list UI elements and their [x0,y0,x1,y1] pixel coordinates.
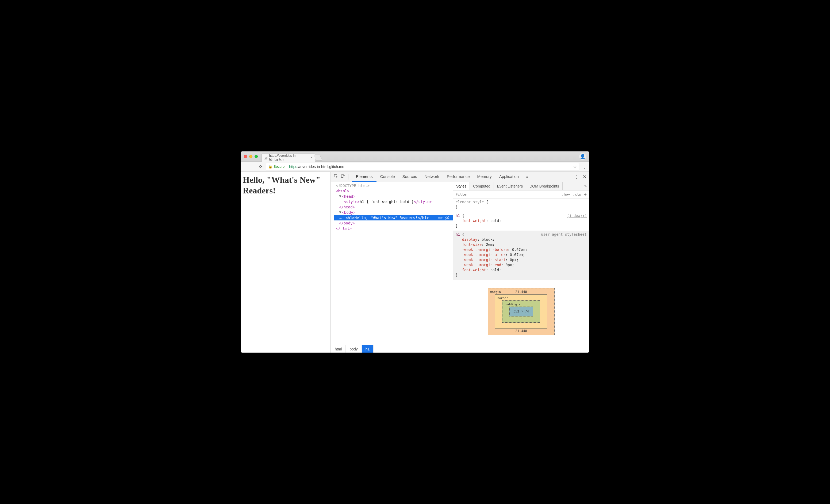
rendered-page: Hello, "What's New" Readers! [241,172,330,353]
box-border-right: - [544,309,546,314]
tab-label: Computed [473,184,490,188]
rule-element-style[interactable]: element.style { } [453,198,589,212]
tab-label: Console [380,174,395,179]
selected-gutter: … [336,215,346,220]
devtools-menu-icon[interactable]: ⋮ [574,174,579,180]
svg-rect-2 [343,176,345,178]
dom-style-open: <style> [344,199,360,204]
tab-console[interactable]: Console [377,172,399,182]
styles-filter-input[interactable] [456,192,488,196]
box-margin-label: margin [490,289,501,294]
rule-h1-author[interactable]: (index):4 h1 { font-weight: bold; } [453,212,589,231]
forward-icon[interactable]: → [251,164,256,169]
tab-overflow[interactable]: » [522,172,532,182]
cls-toggle[interactable]: .cls [573,192,581,196]
titlebar: 🗎 https://overrides-in-html.glitch × 👤 [241,151,589,162]
rule-selector: h1 [456,232,460,237]
zoom-window-icon[interactable] [255,155,258,158]
crumb-body[interactable]: body [346,345,361,353]
rule-source-link[interactable]: (index):4 [567,213,587,218]
sidebar-tabs: Styles Computed Event Listeners DOM Brea… [453,182,589,190]
sidebar-tab-event-listeners[interactable]: Event Listeners [494,182,526,190]
declaration[interactable]: font-weight: bold; [456,218,587,223]
twisty-icon[interactable]: ▼ [339,193,341,199]
address-bar[interactable]: 🔒 Secure https://overrides-in-html.glitc… [266,163,579,170]
tab-sources[interactable]: Sources [399,172,421,182]
file-icon: 🗎 [264,156,267,159]
rule-selector: element.style [456,200,484,204]
sidebar-tabs-overflow-icon[interactable]: » [582,182,589,190]
box-margin[interactable]: margin 21.440 21.440 - - border - - [488,288,554,335]
sidebar-tab-styles[interactable]: Styles [453,182,470,190]
declaration[interactable]: -webkit-margin-start: 0px; [456,257,587,262]
dom-head-open: <head> [342,194,355,198]
browser-window: 🗎 https://overrides-in-html.glitch × 👤 ←… [241,151,589,353]
dom-doctype: <!DOCTYPE html> [336,184,370,188]
minimize-window-icon[interactable] [249,155,252,158]
device-toggle-icon[interactable] [341,174,346,180]
declaration[interactable]: -webkit-margin-end: 0px; [456,262,587,267]
inspect-icon[interactable] [334,174,338,180]
brace: { [484,200,488,204]
dom-selected-suffix: == $0 [438,215,451,220]
sidebar-tab-dom-breakpoints[interactable]: DOM Breakpoints [526,182,562,190]
sidebar-tab-computed[interactable]: Computed [470,182,494,190]
close-window-icon[interactable] [244,155,247,158]
tab-close-icon[interactable]: × [311,156,313,159]
declaration[interactable]: font-size: 2em; [456,242,587,247]
twisty-icon[interactable]: ▼ [339,210,341,215]
tab-elements[interactable]: Elements [352,172,377,182]
bookmark-star-icon[interactable]: ☆ [573,164,577,169]
dom-h1-close: </h1> [418,216,429,220]
decl-val: 0.67em [512,248,525,252]
back-icon[interactable]: ← [243,164,248,169]
devtools-close-icon[interactable]: ✕ [583,174,587,180]
url-scheme: https [289,164,297,169]
styles-sidebar: Styles Computed Event Listeners DOM Brea… [453,182,589,353]
decl-val: bold [490,219,499,223]
tab-application[interactable]: Application [496,172,522,182]
page-heading: Hello, "What's New" Readers! [243,175,328,196]
declaration[interactable]: display: block; [456,237,587,242]
crumb-label: h1 [365,347,370,351]
declaration-overridden[interactable]: font-weight: bold; [456,267,587,273]
dom-html-open: <html> [336,189,350,193]
dom-style-close: </style> [414,199,432,204]
decl-val: 0.67em [510,253,523,257]
dom-head-close: </head> [339,205,355,209]
styles-filterbar: :hov .cls + [453,190,589,198]
tab-memory[interactable]: Memory [474,172,496,182]
profile-avatar-icon[interactable]: 👤 [579,153,586,160]
tab-label: Performance [447,174,470,179]
elements-panel: <!DOCTYPE html> <html> ▼<head> <style>h1… [331,182,453,353]
crumb-html[interactable]: html [331,345,346,353]
declaration[interactable]: -webkit-margin-before: 0.67em; [456,247,587,252]
box-padding-bottom: - [520,316,522,321]
url-text: https://overrides-in-html.glitch.me [289,164,344,169]
new-rule-icon[interactable]: + [584,192,587,197]
brace: { [460,232,464,237]
crumb-h1[interactable]: h1 [362,345,374,353]
box-content[interactable]: 352 × 74 [509,307,533,316]
declaration[interactable]: -webkit-margin-after: 0.67em; [456,252,587,257]
box-border[interactable]: border - - - - padding - - - [495,294,547,329]
box-padding-left: - [504,309,505,314]
style-rules: element.style { } (index):4 h1 { font-we… [453,198,589,353]
tab-network[interactable]: Network [421,172,443,182]
box-border-top: - [520,295,522,301]
browser-tab[interactable]: 🗎 https://overrides-in-html.glitch × [261,154,315,162]
devtools-leading-icons [334,172,352,182]
tab-label: Memory [477,174,492,179]
dom-tree[interactable]: <!DOCTYPE html> <html> ▼<head> <style>h1… [331,182,453,345]
tab-performance[interactable]: Performance [443,172,474,182]
box-border-left: - [496,309,498,314]
box-margin-right: - [551,309,553,314]
hov-toggle[interactable]: :hov [562,192,570,196]
browser-menu-icon[interactable]: ⋮ [582,164,587,169]
tab-label: Sources [403,174,417,179]
dom-selected-node[interactable]: … <h1>Hello, "What's New" Readers!</h1> … [334,215,453,220]
box-padding[interactable]: padding - - - - 352 × 74 [502,301,540,323]
reload-icon[interactable]: ⟳ [258,164,263,169]
decl-prop: -webkit-margin-start [462,258,506,262]
rule-h1-user-agent[interactable]: user agent stylesheet h1 { display: bloc… [453,231,589,280]
